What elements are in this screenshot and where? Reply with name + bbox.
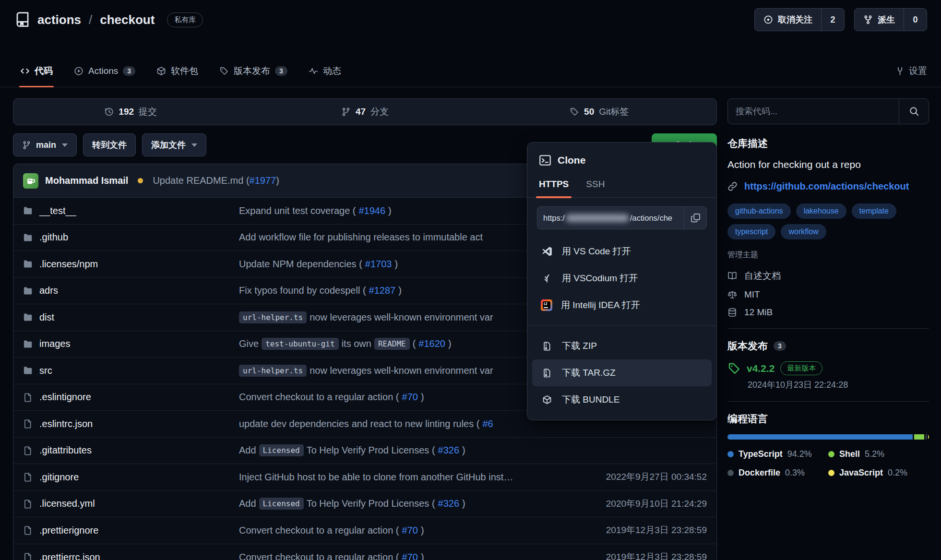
goto-file-button[interactable]: 转到文件 xyxy=(83,133,136,156)
clone-tab-https[interactable]: HTTPS xyxy=(539,179,569,197)
tab-Actions[interactable]: Actions3 xyxy=(73,65,136,87)
stat-分支[interactable]: 47分支 xyxy=(248,106,482,118)
pr-link[interactable]: #70 xyxy=(402,392,418,403)
topic-pill[interactable]: lakehouse xyxy=(796,203,846,219)
cube-icon xyxy=(541,395,553,405)
file-name-link[interactable]: .gitignore xyxy=(39,472,79,483)
repo-owner-link[interactable]: actions xyxy=(37,12,81,27)
menu-item[interactable]: 用 VSCodium 打开 xyxy=(532,265,712,292)
branch-icon xyxy=(22,141,31,150)
forks-count[interactable]: 0 xyxy=(904,9,927,31)
pr-link[interactable]: #70 xyxy=(402,552,418,560)
pr-link[interactable]: #70 xyxy=(402,525,418,536)
file-name-link[interactable]: .prettierrc.json xyxy=(39,552,100,560)
add-file-button[interactable]: 添加文件 xyxy=(142,133,206,156)
manage-topics-link[interactable]: 管理主题 xyxy=(727,250,929,260)
stat-Git标签[interactable]: 50Git标签 xyxy=(482,106,716,118)
file-name-link[interactable]: __test__ xyxy=(39,205,76,216)
latest-release-row: v4.2.2 最新版本 xyxy=(727,361,929,375)
divider xyxy=(727,328,929,329)
inline-code: Licensed xyxy=(259,444,304,456)
topic-pill[interactable]: template xyxy=(852,203,896,219)
clone-protocol-tabs: HTTPSSSH xyxy=(527,179,716,198)
language-name: TypeScript xyxy=(739,449,783,459)
file-name-link[interactable]: .github xyxy=(39,232,68,243)
file-name-link[interactable]: .eslintignore xyxy=(39,392,91,403)
meta-item[interactable]: 自述文档 xyxy=(727,270,929,282)
menu-item[interactable]: 用 VS Code 打开 xyxy=(532,238,712,265)
intellij-icon: IJ xyxy=(541,299,552,311)
language-percent: 94.2% xyxy=(787,449,812,459)
file-name-link[interactable]: .gitattributes xyxy=(39,445,92,456)
language-legend-item[interactable]: Dockerfile 0.3% xyxy=(727,468,828,478)
menu-item[interactable]: 下载 ZIP xyxy=(532,333,712,359)
releases-count-badge: 3 xyxy=(774,341,786,351)
language-bar-segment xyxy=(928,434,929,440)
watchers-count[interactable]: 2 xyxy=(821,9,844,31)
tab-count-badge: 3 xyxy=(123,66,135,76)
file-name-link[interactable]: images xyxy=(39,338,70,349)
pulse-icon xyxy=(309,66,318,76)
search-button[interactable] xyxy=(899,99,929,124)
file-commit-date: 2020年9月10日 21:24:29 xyxy=(576,498,707,510)
meta-item[interactable]: 12 MiB xyxy=(727,307,929,318)
pr-link[interactable]: #1287 xyxy=(369,285,396,296)
clone-url-suffix: /actions/che xyxy=(630,214,672,223)
table-row: .gitignoreInject GitHub host to be able … xyxy=(13,464,716,491)
topic-pill[interactable]: github-actions xyxy=(727,203,791,219)
meta-item[interactable]: MIT xyxy=(727,289,929,300)
stat-提交[interactable]: 192提交 xyxy=(13,106,248,118)
topic-pill[interactable]: workflow xyxy=(781,224,826,239)
avatar[interactable] xyxy=(23,173,38,189)
language-legend-item[interactable]: JavaScript 0.2% xyxy=(828,468,929,478)
pr-link[interactable]: #326 xyxy=(438,498,460,509)
file-name-link[interactable]: src xyxy=(39,365,52,376)
repo-name-link[interactable]: checkout xyxy=(100,12,155,27)
clone-url-input[interactable]: https:/ /actions/che xyxy=(537,207,684,229)
clone-tab-ssh[interactable]: SSH xyxy=(586,179,605,197)
tab-动态[interactable]: 动态 xyxy=(308,65,342,87)
folder-icon xyxy=(23,206,33,215)
language-legend-item[interactable]: Shell 5.2% xyxy=(828,449,929,459)
language-legend-item[interactable]: TypeScript 94.2% xyxy=(727,449,828,459)
pr-link[interactable]: #1977 xyxy=(250,175,276,186)
file-icon xyxy=(23,393,33,402)
search-input[interactable] xyxy=(728,99,899,124)
fork-button[interactable]: 派生 0 xyxy=(854,8,927,31)
unwatch-button[interactable]: 取消关注 2 xyxy=(754,8,845,31)
message-text: Convert checkout to a regular action ( xyxy=(239,392,399,403)
file-name-link[interactable]: .licensed.yml xyxy=(39,498,95,509)
commit-author[interactable]: Mohammad Ismail xyxy=(45,175,128,186)
language-bar-segment xyxy=(914,434,924,440)
pr-link[interactable]: #1620 xyxy=(418,338,445,349)
branch-selector[interactable]: main xyxy=(13,133,77,156)
pr-link[interactable]: #326 xyxy=(438,445,460,456)
releases-title-link[interactable]: 版本发布 xyxy=(727,339,768,353)
releases-heading: 版本发布 3 xyxy=(727,339,929,353)
pr-link[interactable]: #1703 xyxy=(365,259,392,270)
commit-status-icon[interactable] xyxy=(138,178,143,183)
menu-item[interactable]: IJ用 Intellij IDEA 打开 xyxy=(532,292,712,319)
tab-代码[interactable]: 代码 xyxy=(19,65,54,87)
website-link[interactable]: https://github.com/actions/checkout xyxy=(744,181,909,192)
file-name-link[interactable]: adrs xyxy=(39,285,58,296)
topic-pill[interactable]: typescript xyxy=(727,224,775,239)
pr-link[interactable]: #6 xyxy=(482,418,493,429)
menu-item[interactable]: 下载 TAR.GZ xyxy=(532,359,712,386)
link-icon xyxy=(727,181,738,191)
copy-url-button[interactable] xyxy=(684,207,706,229)
tab-软件包[interactable]: 软件包 xyxy=(155,65,199,87)
menu-item[interactable]: 下载 BUNDLE xyxy=(532,386,712,413)
release-version-link[interactable]: v4.2.2 xyxy=(747,363,774,374)
tab-settings[interactable]: 设置 xyxy=(895,65,927,87)
stat-value: 50 xyxy=(584,107,594,117)
file-name-link[interactable]: .licenses/npm xyxy=(39,259,98,270)
file-commit-date: 2022年9月27日 00:34:52 xyxy=(576,471,707,483)
file-name-link[interactable]: .prettierignore xyxy=(39,525,98,536)
file-name-link[interactable]: dist xyxy=(39,312,54,323)
tab-版本发布[interactable]: 版本发布3 xyxy=(218,65,288,87)
table-row: .prettierrc.jsonConvert checkout to a re… xyxy=(13,544,716,560)
pr-link[interactable]: #1946 xyxy=(358,205,385,216)
inline-code: url-helper.ts xyxy=(239,311,307,323)
file-name-link[interactable]: .eslintrc.json xyxy=(39,418,93,429)
